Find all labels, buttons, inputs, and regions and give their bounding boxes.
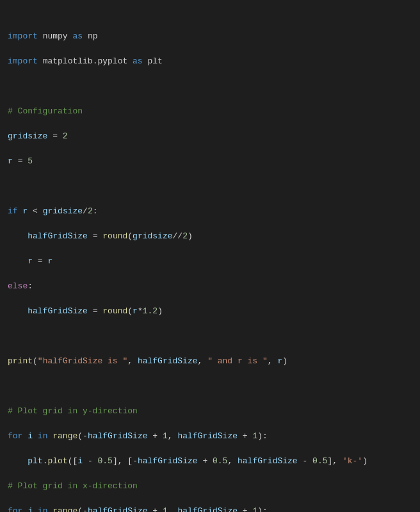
code-line-7 (8, 180, 412, 193)
code-line-13 (8, 330, 412, 343)
code-line-4: # Configuration (8, 105, 412, 118)
code-line-12: halfGridSize = round(r*1.2) (8, 305, 412, 318)
code-line-17: for i in range(-halfGridSize + 1, halfGr… (8, 430, 412, 443)
code-line-8: if r < gridsize/2: (8, 205, 412, 218)
code-editor[interactable]: import numpy as np import matplotlib.pyp… (0, 0, 420, 512)
code-line-15 (8, 380, 412, 393)
code-line-6: r = 5 (8, 155, 412, 168)
code-line-11: else: (8, 280, 412, 293)
code-line-14: print("halfGridSize is ", halfGridSize, … (8, 355, 412, 368)
code-line-3 (8, 80, 412, 93)
code-line-16: # Plot grid in y-direction (8, 405, 412, 418)
code-line-1: import numpy as np (8, 30, 412, 43)
code-line-20: for j in range(-halfGridSize + 1, halfGr… (8, 505, 412, 512)
code-line-2: import matplotlib.pyplot as plt (8, 55, 412, 68)
code-line-10: r = r (8, 255, 412, 268)
code-line-5: gridsize = 2 (8, 130, 412, 143)
code-line-18: plt.plot([i - 0.5], [-halfGridSize + 0.5… (8, 455, 412, 468)
code-line-19: # Plot grid in x-direction (8, 480, 412, 493)
code-line-9: halfGridSize = round(gridsize//2) (8, 230, 412, 243)
